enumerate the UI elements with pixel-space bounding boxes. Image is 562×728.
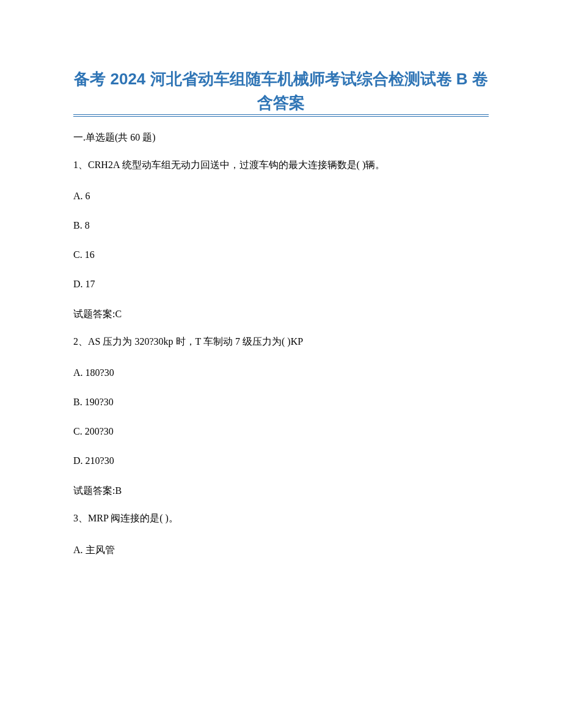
question-stem: 2、AS 压力为 320?30kp 时，T 车制动 7 级压力为( )KP (73, 334, 489, 349)
option-a: A. 主风管 (73, 544, 489, 557)
title-underline (73, 116, 489, 117)
option-b: B. 8 (73, 220, 489, 231)
option-a: A. 180?30 (73, 367, 489, 378)
answer-text: 试题答案:B (73, 485, 489, 498)
question-stem: 3、MRP 阀连接的是( )。 (73, 511, 489, 526)
page-title-line2: 含答案 (73, 91, 489, 115)
answer-text: 试题答案:C (73, 308, 489, 321)
option-c: C. 16 (73, 249, 489, 260)
option-d: D. 210?30 (73, 455, 489, 466)
question-stem: 1、CRH2A 统型动车组无动力回送中，过渡车钩的最大连接辆数是( )辆。 (73, 158, 489, 172)
option-c: C. 200?30 (73, 426, 489, 437)
exam-page: 备考 2024 河北省动车组随车机械师考试综合检测试卷 B 卷 含答案 一.单选… (0, 0, 562, 728)
option-a: A. 6 (73, 191, 489, 202)
section-header: 一.单选题(共 60 题) (73, 131, 489, 144)
page-title-line1: 备考 2024 河北省动车组随车机械师考试综合检测试卷 B 卷 (73, 67, 489, 91)
option-b: B. 190?30 (73, 397, 489, 408)
option-d: D. 17 (73, 279, 489, 290)
